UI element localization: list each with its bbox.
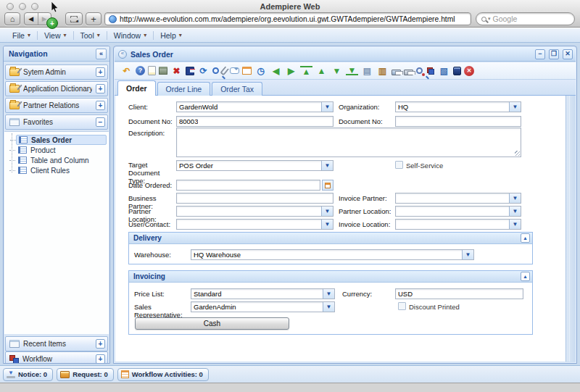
help-icon[interactable]: ? [136, 66, 145, 75]
collapse-button[interactable]: − [96, 117, 105, 127]
history-icon[interactable]: ◷ [254, 64, 267, 77]
zoom-across-icon[interactable] [416, 67, 423, 74]
resize-handle-icon[interactable] [515, 151, 520, 156]
sidebar-item-system-admin[interactable]: Sytem Admin + [5, 64, 108, 80]
chevron-down-icon[interactable]: ▼ [462, 250, 473, 259]
request-button[interactable]: Request: 0 [57, 368, 114, 381]
calendar-button[interactable] [322, 180, 334, 191]
menu-tool[interactable]: Tool▾ [74, 28, 107, 42]
save-icon[interactable] [186, 67, 194, 75]
home-button[interactable]: ⌂ [4, 12, 20, 25]
attachment-icon[interactable] [220, 66, 229, 76]
detail-record-icon[interactable]: ▶ [285, 64, 297, 77]
warehouse-field[interactable]: HQ Warehouse▼ [191, 249, 474, 260]
chart-icon[interactable]: ▧ [438, 64, 450, 77]
expand-button[interactable]: + [96, 339, 105, 349]
menu-file[interactable]: File▾ [6, 28, 37, 42]
chevron-down-icon[interactable]: ▼ [509, 220, 521, 229]
date-ordered-field[interactable] [176, 180, 320, 191]
print-preview-icon[interactable] [392, 70, 401, 75]
delete-record-icon[interactable] [159, 67, 167, 75]
sidebar-item-application-dictionary[interactable]: Application Dictionary + [5, 81, 108, 96]
target-document-type-field[interactable]: POS Order▼ [176, 160, 334, 171]
document-no-field[interactable]: 80003 [176, 116, 334, 127]
refresh-icon[interactable]: ⟳ [197, 64, 210, 77]
document-no-right-field[interactable] [395, 116, 521, 127]
tree-item-product[interactable]: Product [16, 145, 107, 155]
forward-button[interactable]: ▶ [38, 13, 51, 25]
back-button[interactable]: ◀ [25, 13, 38, 25]
chevron-down-icon[interactable]: ▼ [321, 102, 333, 112]
invoice-partner-field[interactable]: ▼ [395, 193, 521, 204]
partner-location-field[interactable]: ▼ [176, 206, 334, 217]
chevron-down-icon[interactable]: ▼ [509, 193, 521, 203]
expand-button[interactable]: + [96, 101, 105, 110]
tree-item-table-and-column[interactable]: Table and Column [16, 155, 107, 165]
vertical-scrollbar[interactable] [566, 96, 575, 362]
print-icon[interactable] [404, 70, 413, 75]
organization-field[interactable]: HQ▼ [395, 101, 521, 112]
chat-icon[interactable] [230, 67, 239, 74]
web-clip-button[interactable] [65, 12, 83, 25]
sidebar-item-favorites[interactable]: Favorites − [5, 114, 108, 130]
expand-button[interactable]: + [96, 354, 105, 364]
price-list-field[interactable]: Standard▼ [191, 288, 335, 299]
cash-button[interactable]: Cash [135, 317, 289, 330]
tab-order[interactable]: Order [117, 80, 156, 96]
search-options-caret-icon[interactable]: ▾ [488, 16, 491, 22]
chevron-down-icon[interactable]: ▼ [321, 207, 333, 216]
tree-item-sales-order[interactable]: Sales Order [16, 135, 107, 145]
collapse-panel-button[interactable]: « [96, 49, 107, 59]
multi-record-view-icon[interactable] [242, 67, 252, 75]
sales-representative-field[interactable]: GardenAdmin▼ [191, 301, 335, 312]
next-record-icon[interactable]: ▼ [331, 64, 343, 77]
currency-field[interactable]: USD [395, 288, 523, 299]
sidebar-item-workflow[interactable]: Workflow + [5, 351, 108, 364]
collapse-section-button[interactable]: ▲ [521, 233, 530, 243]
notice-button[interactable]: Notice: 0 [3, 368, 53, 381]
parent-record-icon[interactable]: ◀ [270, 64, 282, 77]
business-partner-field[interactable] [176, 193, 334, 204]
close-button[interactable]: ✕ [563, 49, 573, 59]
user-contact-field[interactable]: ▼ [176, 219, 334, 230]
expand-button[interactable]: + [96, 67, 105, 77]
delete-icon[interactable]: ✖ [170, 64, 183, 77]
address-bar[interactable]: http://www.e-evolution.com.mx/adempiere/… [104, 12, 471, 25]
chevron-down-icon[interactable]: ▼ [509, 102, 521, 112]
sidebar-item-partner-relations[interactable]: Partner Relations + [5, 98, 108, 113]
workflow-activities-button[interactable]: Workflow Activities: 0 [117, 368, 209, 381]
self-service-checkbox[interactable] [395, 161, 403, 169]
discount-printed-checkbox[interactable] [398, 302, 406, 310]
tab-order-tax[interactable]: Order Tax [212, 82, 262, 96]
first-record-icon[interactable]: ▲ [300, 66, 312, 75]
invoice-location-field[interactable]: ▼ [395, 219, 521, 230]
tree-item-client-rules[interactable]: Client Rules [16, 165, 107, 175]
chevron-down-icon[interactable]: ▼ [321, 220, 333, 229]
expand-button[interactable]: + [96, 84, 105, 93]
maximize-button[interactable]: ❐ [549, 49, 559, 59]
chevron-down-icon[interactable]: ▼ [323, 302, 334, 312]
search-input[interactable]: ▾ Google [476, 12, 575, 25]
new-tab-button[interactable]: + [86, 12, 102, 25]
previous-record-icon[interactable]: ▲ [315, 64, 328, 77]
exit-icon[interactable]: ✕ [464, 66, 474, 76]
minimize-button[interactable]: − [535, 49, 545, 59]
partner-location-right-field[interactable]: ▼ [395, 206, 521, 217]
last-record-icon[interactable]: ▼ [346, 66, 358, 75]
find-icon[interactable] [212, 67, 219, 74]
grid-toggle-icon[interactable]: ▤ [361, 64, 373, 77]
sidebar-item-recent-items[interactable]: Recent Items + [5, 336, 108, 351]
description-field[interactable] [176, 128, 521, 157]
menu-help[interactable]: Help▾ [154, 28, 188, 42]
undo-icon[interactable]: ↶ [120, 64, 133, 77]
report-icon[interactable]: ▥ [376, 64, 389, 77]
menu-window[interactable]: Window▾ [107, 28, 153, 42]
collapse-section-button[interactable]: ▲ [521, 272, 530, 281]
chevron-down-icon[interactable]: ▼ [509, 207, 521, 216]
workflow-icon[interactable] [426, 66, 435, 75]
tab-order-line[interactable]: Order Line [157, 82, 211, 96]
client-field[interactable]: GardenWold▼ [176, 101, 334, 112]
new-record-icon[interactable] [148, 66, 156, 75]
menu-view[interactable]: View▾ [38, 28, 73, 42]
archive-icon[interactable] [453, 67, 461, 75]
